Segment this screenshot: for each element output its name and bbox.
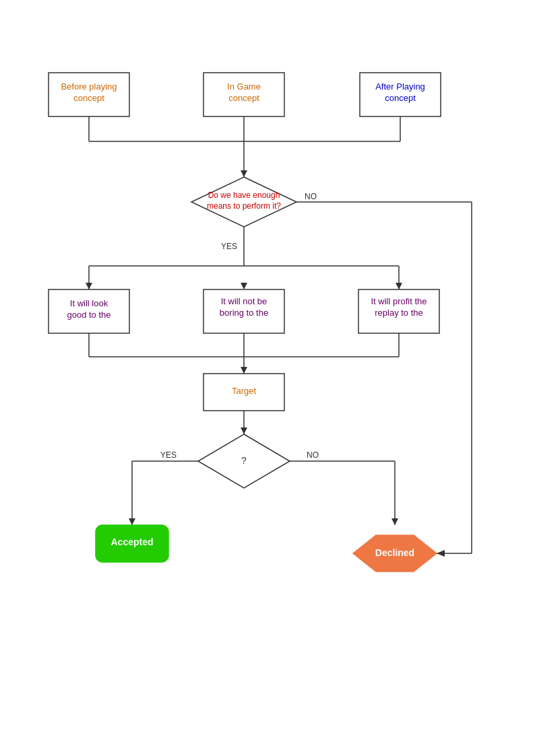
svg-marker-29 (241, 367, 247, 374)
svg-marker-18 (241, 283, 247, 289)
decision1-line1: Do we have enough (208, 191, 280, 200)
decision2-label: ? (241, 455, 247, 466)
before-playing-label: Before playing (61, 81, 117, 92)
no-label1: NO (305, 192, 317, 201)
in-game-label: In Game (227, 81, 261, 92)
svg-marker-32 (241, 427, 247, 434)
declined-label: Declined (375, 547, 414, 558)
profit-replay-line1: It will profit the (371, 296, 427, 306)
svg-marker-8 (241, 170, 247, 177)
after-playing-label2: concept (385, 93, 416, 103)
target-label: Target (232, 386, 257, 396)
after-playing-label: After Playing (375, 81, 425, 92)
decision1-line2: means to perform it? (207, 201, 281, 211)
yes-label2: YES (160, 450, 177, 460)
in-game-label2: concept (228, 93, 259, 103)
not-boring-line1: It will not be (221, 296, 268, 306)
no-label2: NO (307, 450, 319, 460)
svg-marker-36 (129, 518, 135, 525)
yes-label1: YES (221, 242, 237, 251)
accepted-label: Accepted (111, 537, 153, 547)
svg-marker-20 (396, 283, 402, 289)
look-good-line2: good to the (67, 310, 111, 320)
look-good-line1: It will look (70, 298, 108, 308)
before-playing-label2: concept (73, 93, 104, 103)
svg-marker-17 (86, 283, 92, 289)
profit-replay-line2: replay to the (375, 308, 423, 318)
svg-marker-39 (391, 518, 398, 525)
not-boring-line2: boring to the (220, 308, 268, 318)
